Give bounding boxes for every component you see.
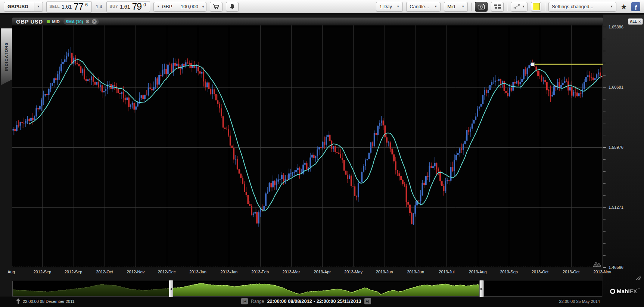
price-axis-tick — [603, 267, 606, 268]
time-axis-label: 2013-Jun — [407, 270, 424, 274]
symbol-dropdown-button[interactable]: ▼ — [34, 2, 43, 11]
trading-app-window: GBPUSD ▼ SELL 1.61 77 6 1.4 BUY 1.61 79 … — [0, 0, 644, 307]
alerts-button[interactable] — [226, 2, 239, 12]
navigator-left-handle[interactable]: ◀ — [169, 280, 173, 297]
close-icon[interactable]: ✕ — [92, 19, 97, 24]
chart-title: GBP USD — [16, 18, 43, 25]
currency-label: GBP — [162, 4, 172, 9]
all-label: ALL — [630, 19, 637, 24]
toolbar-right-group: 1 Day ▼ Candle... ▼ Mid ▼ — [376, 2, 640, 12]
bottom-bar: 22:00:00 08 December 2011 ◀ Range 22:00:… — [0, 297, 644, 307]
time-axis-label: Aug — [7, 270, 15, 274]
time-axis-label: 2012-Oct — [96, 270, 113, 274]
symbol-select[interactable]: GBPUSD ▼ — [4, 2, 43, 12]
price-axis-label: 1.55976 — [609, 145, 623, 150]
symbol-label: GBPUSD — [4, 4, 32, 9]
price-axis-gutter — [603, 15, 644, 297]
range-value: 22:00:00 08/08/2012 - 22:00:00 25/11/201… — [267, 298, 361, 304]
chevron-down-icon: ▼ — [610, 5, 613, 8]
price-axis-tick — [603, 195, 606, 196]
sell-price-pip: 6 — [85, 2, 88, 7]
price-axis-tick — [603, 75, 606, 76]
trendline-tool-icon — [513, 4, 520, 9]
sell-button[interactable]: SELL 1.61 77 6 — [46, 1, 92, 12]
amount-stepper[interactable]: ▲ ▼ — [202, 6, 204, 7]
time-axis-label: 2013-Sep — [500, 270, 518, 274]
time-axis-label: 2013-Mar — [282, 270, 300, 274]
chart-type-value: Candle... — [410, 4, 429, 9]
snapshot-button[interactable] — [475, 2, 488, 12]
price-axis-tick — [603, 147, 606, 148]
navigator-right-handle[interactable]: ▶ — [479, 280, 484, 297]
bar-glyph — [368, 300, 369, 303]
jump-end-button[interactable]: ▶ — [364, 298, 371, 304]
mid-series-label: MID — [52, 19, 60, 24]
price-axis-tick — [603, 183, 606, 184]
facebook-icon[interactable]: f — [631, 2, 640, 11]
brand-logo: Mahi FX ™ — [610, 288, 640, 294]
indicators-tab[interactable]: INDICATORS — [1, 28, 12, 85]
range-start-marker-icon — [16, 298, 20, 304]
time-axis-label: 2013-Apr — [314, 270, 331, 274]
range-label: Range — [251, 299, 264, 304]
chart-type-select[interactable]: Candle... ▼ — [406, 2, 441, 12]
mid-series-swatch-icon — [47, 20, 50, 23]
color-picker-button[interactable] — [531, 2, 541, 12]
toolbar-separator — [545, 3, 545, 11]
price-axis-tick — [603, 99, 606, 99]
price-axis-tick — [603, 39, 606, 39]
price-axis-tick — [603, 219, 606, 219]
gear-icon[interactable]: ⚙ — [85, 19, 90, 24]
buy-price-pip: 0 — [143, 2, 146, 7]
time-axis-label: 2013-Oct — [563, 270, 579, 274]
buy-button[interactable]: BUY 1.61 79 0 — [106, 1, 150, 12]
spread-value: 1.4 — [95, 4, 103, 9]
price-axis-label: 1.51271 — [609, 205, 623, 209]
period-select[interactable]: 1 Day ▼ — [376, 2, 403, 12]
time-axis: Aug2012-Sep2012-Sep2012-Oct2012-Nov2012-… — [0, 270, 644, 275]
time-axis-label: 2013-Oct — [532, 270, 548, 274]
cart-icon — [212, 4, 220, 10]
price-axis-tick — [603, 171, 606, 172]
close-all-button[interactable]: ALL ✕ — [628, 18, 643, 25]
candlestick-chart[interactable] — [12, 25, 603, 267]
order-basket-button[interactable] — [210, 2, 223, 12]
mahifx-ring-icon — [610, 289, 615, 294]
chevron-down-icon: ▼ — [461, 5, 464, 8]
color-swatch-icon — [533, 3, 540, 10]
right-arrow-icon: ▶ — [366, 300, 368, 303]
price-axis-tick — [603, 231, 606, 232]
period-value: 1 Day — [379, 4, 392, 9]
settings-select[interactable]: Settings changed... ▼ — [548, 2, 616, 12]
range-navigator[interactable] — [12, 281, 602, 297]
amount-value: 100,000 — [181, 4, 198, 9]
bar-glyph — [243, 300, 243, 303]
amount-control[interactable]: ▼ GBP 100,000 ▲ ▼ — [153, 2, 206, 12]
time-axis-label: 2012-Nov — [127, 270, 144, 274]
brand-sub: FX — [630, 288, 637, 294]
range-end-time: 22:00:00 25 May 2014 — [559, 299, 600, 304]
drawing-tool-button[interactable]: ▼ — [511, 2, 528, 12]
chart-header: GBP USD MID SMA (10) ⚙ ✕ — [12, 18, 603, 25]
brand-trademark: ™ — [638, 288, 640, 290]
buy-price-big: 79 — [132, 2, 141, 11]
time-axis-label: 2013-Jun — [376, 270, 393, 274]
warning-triangles-icon — [593, 261, 603, 267]
resize-grip-icon[interactable] — [635, 275, 641, 280]
jump-start-button[interactable]: ◀ — [241, 298, 248, 304]
layout-button[interactable] — [491, 2, 504, 12]
price-axis-label: 1.60681 — [609, 85, 623, 89]
price-type-select[interactable]: Mid ▼ — [444, 2, 468, 12]
navigator-area-chart[interactable] — [13, 281, 602, 296]
top-toolbar: GBPUSD ▼ SELL 1.61 77 6 1.4 BUY 1.61 79 … — [0, 0, 644, 14]
toolbar-separator — [507, 3, 507, 11]
buy-price-small: 1.61 — [120, 4, 130, 10]
price-axis-tick — [603, 63, 606, 63]
time-axis-label: 2013-Feb — [251, 270, 269, 274]
sell-label: SELL — [50, 4, 60, 9]
price-axis-tick — [603, 255, 606, 256]
chevron-down-icon: ▼ — [434, 5, 437, 8]
time-axis-label: 2013-Jan — [220, 270, 237, 274]
sma-indicator-pill[interactable]: SMA (10) ⚙ ✕ — [63, 18, 99, 25]
favorite-star-icon[interactable]: ★ — [620, 2, 628, 11]
